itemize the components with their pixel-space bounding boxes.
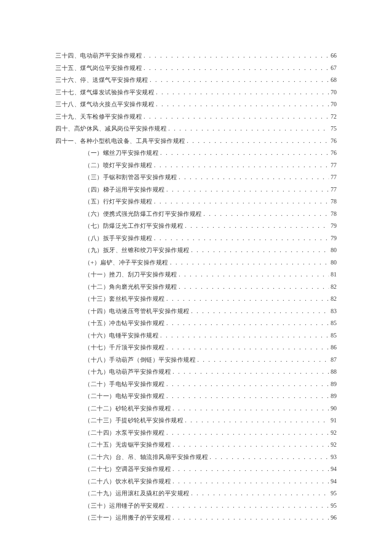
toc-entry-page: 94	[329, 465, 337, 474]
toc-leader-dots	[171, 440, 329, 449]
toc-entry[interactable]: （十二）角向磨光机平安操作规程82	[55, 282, 337, 291]
toc-entry[interactable]: （十九）电动葫芦平安操作规程88	[55, 367, 337, 376]
toc-entry-page: 70	[329, 100, 337, 109]
toc-entry-title: 三十五、煤气岗位平安操作规程	[55, 64, 142, 73]
toc-entry[interactable]: （五）行灯平安操作规程78	[55, 197, 337, 206]
toc-entry[interactable]: （二十八）饮水机平安操作规程94	[55, 477, 337, 486]
toc-entry-title: （三）手锯和割管器平安操作规程	[84, 173, 177, 182]
toc-entry-title: （+）扁铲、冲子平安操作规程	[84, 258, 168, 267]
toc-entry[interactable]: （二十一）电钻平安操作规程89	[55, 392, 337, 401]
toc-entry[interactable]: （八）扳手平安操作规程79	[55, 234, 337, 243]
toc-leader-dots	[154, 88, 329, 97]
toc-entry[interactable]: （+）扁铲、冲子平安操作规程80	[55, 258, 337, 267]
toc-leader-dots	[177, 282, 329, 291]
toc-entry-page: 76	[329, 148, 337, 157]
toc-entry[interactable]: （二）喷灯平安操作规程77	[55, 161, 337, 170]
toc-entry-title: （二十）手电钻平安操作规程	[84, 380, 165, 389]
toc-entry-title: （七）防爆泛光工作灯平安操作规程	[84, 221, 183, 230]
toc-entry[interactable]: （二十七）空调器平安操作规程94	[55, 465, 337, 474]
toc-entry[interactable]: 三十九、天车检修平安操作规程72	[55, 112, 337, 121]
toc-leader-dots	[171, 513, 329, 522]
toc-leader-dots	[165, 380, 329, 389]
toc-entry-page: 85	[329, 319, 337, 328]
toc-leader-dots	[177, 270, 329, 279]
toc-leader-dots	[165, 501, 329, 510]
toc-entry-title: （十三）套丝机平安操作规程	[84, 294, 165, 303]
toc-leader-dots	[171, 465, 329, 474]
toc-entry[interactable]: （六）便携式强光防爆工作灯平安操作规程78	[55, 209, 337, 218]
toc-leader-dots	[165, 185, 329, 194]
toc-leader-dots	[190, 489, 329, 498]
toc-entry[interactable]: （十七）千斤顶平安操作规程86	[55, 343, 337, 352]
toc-leader-dots	[153, 197, 329, 206]
toc-entry-title: （十七）千斤顶平安操作规程	[84, 343, 165, 352]
toc-entry[interactable]: 四十一、各种小型机电设备、工具平安操作规程76	[55, 137, 337, 145]
toc-entry[interactable]: （三十一）运用搬子的平安规程96	[55, 513, 337, 522]
toc-entry[interactable]: （一）螺丝刀平安操作规程76	[55, 148, 337, 157]
toc-entry[interactable]: （二十二）砂轮机平安操作规程90	[55, 404, 337, 413]
toc-entry[interactable]: 三十六、停、送煤气平安操作规程68	[55, 76, 337, 84]
toc-entry-title: （二十八）饮水机平安操作规程	[84, 477, 171, 486]
toc-entry-title: （十九）电动葫芦平安操作规程	[84, 367, 171, 376]
toc-entry[interactable]: （十六）电锤平安操作规程85	[55, 331, 337, 340]
toc-entry-title: （五）行灯平安操作规程	[84, 197, 153, 206]
toc-entry-page: 67	[329, 64, 337, 73]
toc-entry[interactable]: （二十四）水泵平安操作规程92	[55, 428, 337, 437]
toc-entry[interactable]: （十八）手动葫芦（倒链）平安操作规程87	[55, 355, 337, 364]
toc-entry[interactable]: 三十五、煤气岗位平安操作规程67	[55, 64, 337, 73]
toc-entry-title: （二）喷灯平安操作规程	[84, 161, 153, 170]
toc-entry-page: 81	[329, 270, 337, 279]
toc-entry-page: 95	[329, 501, 337, 510]
toc-entry[interactable]: （七）防爆泛光工作灯平安操作规程79	[55, 221, 337, 230]
toc-entry-page: 92	[329, 428, 337, 437]
toc-leader-dots	[165, 294, 329, 303]
toc-entry-title: 三十九、天车检修平安操作规程	[55, 112, 142, 121]
toc-entry-page: 78	[329, 197, 337, 206]
toc-entry-page: 72	[329, 112, 337, 121]
toc-entry-page: 93	[329, 453, 337, 462]
toc-entry[interactable]: （三十）运用锤子的平安规程95	[55, 501, 337, 510]
toc-entry[interactable]: 三十七、煤气爆发试验操作平安规程70	[55, 88, 337, 97]
toc-entry[interactable]: （二十九）运用滚杠及撬杠的平安规程95	[55, 489, 337, 498]
toc-entry[interactable]: （三）手锯和割管器平安操作规程77	[55, 173, 337, 182]
toc-leader-dots	[177, 173, 329, 182]
toc-entry-title: （二十九）运用滚杠及撬杠的平安规程	[84, 489, 190, 498]
toc-leader-dots	[185, 137, 329, 145]
toc-entry[interactable]: （九）扳牙、丝锥和绞刀平安操作规程80	[55, 246, 337, 255]
toc-entry-title: （二十二）砂轮机平安操作规程	[84, 404, 171, 413]
toc-entry[interactable]: （二十六）台、吊、轴流排风扇平安操作规程93	[55, 453, 337, 462]
toc-entry-page: 76	[329, 137, 337, 145]
toc-entry[interactable]: （十四）电动液压弯管机平安操作规程83	[55, 307, 337, 316]
toc-entry-page: 66	[329, 51, 337, 60]
toc-entry[interactable]: （二十三）手提砂轮机平安操作规程91	[55, 416, 337, 425]
toc-entry-page: 70	[329, 88, 337, 97]
toc-leader-dots	[142, 112, 329, 121]
toc-leader-dots	[167, 124, 329, 133]
toc-entry[interactable]: （十一）挫刀、刮刀平安操作规程81	[55, 270, 337, 279]
toc-leader-dots	[202, 209, 329, 218]
toc-entry[interactable]: （二十）手电钻平安操作规程89	[55, 380, 337, 389]
toc-entry-title: （九）扳牙、丝锥和绞刀平安操作规程	[84, 246, 190, 255]
toc-entry-page: 85	[329, 331, 337, 340]
toc-leader-dots	[153, 234, 329, 243]
toc-entry-page: 80	[329, 246, 337, 255]
toc-entry-page: 89	[329, 380, 337, 389]
toc-entry-title: （二十五）无齿锯平安操作规程	[84, 440, 171, 449]
toc-entry[interactable]: （十五）冲击钻平安操作规程85	[55, 319, 337, 328]
toc-entry-title: （十二）角向磨光机平安操作规程	[84, 282, 177, 291]
toc-entry-title: 四十一、各种小型机电设备、工具平安操作规程	[55, 137, 185, 145]
toc-leader-dots	[171, 404, 329, 413]
toc-entry-title: （八）扳手平安操作规程	[84, 234, 153, 243]
toc-entry-page: 91	[329, 416, 337, 425]
toc-entry[interactable]: （二十五）无齿锯平安操作规程92	[55, 440, 337, 449]
toc-leader-dots	[190, 307, 329, 316]
toc-entry[interactable]: （十三）套丝机平安操作规程82	[55, 294, 337, 303]
toc-entry[interactable]: （四）梯子运用平安操作规程77	[55, 185, 337, 194]
toc-entry[interactable]: 四十、高炉休风、减风岗位平安操作规程75	[55, 124, 337, 133]
toc-entry[interactable]: 三十八、煤气动火接点平安操作规程70	[55, 100, 337, 109]
toc-leader-dots	[168, 258, 329, 267]
toc-entry[interactable]: 三十四、电动葫芦平安操作规程66	[55, 51, 337, 60]
toc-entry-title: （六）便携式强光防爆工作灯平安操作规程	[84, 209, 202, 218]
toc-entry-title: 三十六、停、送煤气平安操作规程	[55, 76, 148, 84]
toc-leader-dots	[171, 367, 329, 376]
